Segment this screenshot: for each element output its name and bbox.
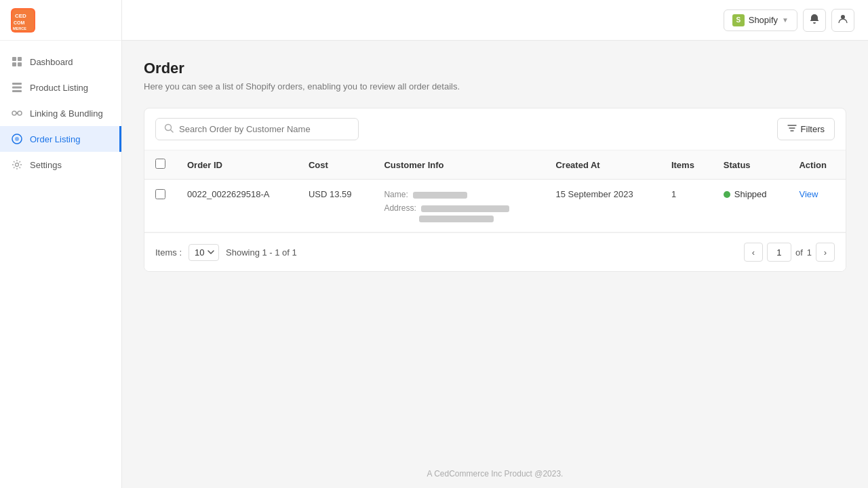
- select-all-checkbox[interactable]: [155, 159, 165, 169]
- col-cost: Cost: [298, 150, 373, 180]
- sidebar: CED COM MERCE Dashboard Product Listing …: [0, 0, 122, 488]
- svg-rect-6: [12, 62, 16, 66]
- customer-address-value: [421, 205, 509, 212]
- notification-icon: [809, 14, 820, 26]
- sidebar-item-settings[interactable]: Settings: [0, 152, 121, 178]
- footer: A CedCommerce Inc Product @2023.: [122, 460, 868, 488]
- table-toolbar: Filters: [144, 108, 846, 150]
- filter-icon: [787, 123, 797, 135]
- sidebar-item-order-listing[interactable]: Order Listing: [0, 126, 121, 152]
- svg-text:MERCE: MERCE: [13, 26, 26, 30]
- dashboard-icon: [11, 56, 23, 68]
- logo-svg: CED COM MERCE: [12, 9, 34, 31]
- profile-icon: [837, 14, 848, 26]
- svg-point-12: [18, 111, 22, 115]
- sidebar-item-dashboard[interactable]: Dashboard: [0, 49, 121, 75]
- logo-icon: CED COM MERCE: [11, 8, 35, 33]
- logo: CED COM MERCE: [0, 0, 121, 41]
- col-created-at: Created At: [545, 150, 660, 180]
- col-order-id: Order ID: [176, 150, 298, 180]
- page-total: 1: [807, 247, 812, 258]
- page-body: Order Here you can see a list of Shopify…: [122, 41, 868, 460]
- row-created-at: 15 September 2023: [545, 180, 660, 232]
- col-items: Items: [660, 150, 713, 180]
- next-page-button[interactable]: ›: [816, 243, 835, 262]
- page-title: Order: [144, 60, 846, 77]
- col-status: Status: [713, 150, 789, 180]
- footer-text: A CedCommerce Inc Product @2023.: [427, 469, 564, 479]
- search-input[interactable]: [179, 124, 350, 134]
- topbar: S Shopify ▼: [122, 0, 868, 41]
- items-label: Items :: [155, 247, 182, 258]
- svg-point-11: [12, 111, 16, 115]
- sidebar-item-order-listing-label: Order Listing: [30, 134, 80, 144]
- settings-icon: [11, 159, 23, 171]
- notification-button[interactable]: [803, 9, 826, 32]
- sidebar-item-linking-bundling-label: Linking & Bundling: [30, 108, 103, 119]
- prev-page-icon: ‹: [752, 247, 755, 258]
- shopify-icon: S: [732, 14, 745, 26]
- customer-address-value2: [419, 216, 494, 222]
- linking-bundling-icon: [11, 107, 23, 119]
- order-table-container: Filters Order ID Cost: [144, 108, 846, 272]
- customer-address-label: Address:: [384, 203, 416, 213]
- status-text: Shipped: [734, 189, 767, 199]
- order-listing-icon: [11, 133, 23, 145]
- svg-text:COM: COM: [14, 20, 25, 25]
- filter-button[interactable]: Filters: [777, 118, 835, 140]
- shopify-label: Shopify: [749, 15, 778, 25]
- page-of-label: of: [795, 247, 803, 258]
- sidebar-item-product-listing-label: Product Listing: [30, 83, 88, 93]
- svg-line-19: [171, 130, 174, 133]
- customer-name-label: Name:: [384, 190, 408, 199]
- svg-rect-4: [12, 57, 16, 61]
- row-customer-info: Name: Address:: [373, 180, 545, 232]
- row-order-id: 0022_0022629518-A: [176, 180, 298, 232]
- showing-text: Showing 1 - 1 of 1: [226, 247, 297, 258]
- search-icon: [164, 123, 174, 135]
- shopify-button[interactable]: S Shopify ▼: [724, 9, 797, 31]
- orders-table: Order ID Cost Customer Info Created At I: [144, 150, 846, 232]
- svg-rect-9: [12, 87, 22, 89]
- customer-name-value: [413, 192, 467, 199]
- status-dot: [724, 191, 730, 198]
- row-items: 1: [660, 180, 713, 232]
- main-content: S Shopify ▼ Order Here you can see a lis…: [122, 0, 868, 488]
- search-box[interactable]: [155, 118, 359, 140]
- profile-button[interactable]: [831, 9, 854, 32]
- prev-page-button[interactable]: ‹: [744, 243, 763, 262]
- row-status: Shipped: [713, 180, 789, 232]
- table-row: 0022_0022629518-A USD 13.59 Name: Addres: [144, 180, 846, 232]
- filter-label: Filters: [801, 124, 825, 134]
- pagination-left: Items : 10 20 50 Showing 1 - 1 of 1: [155, 244, 297, 261]
- pagination-bar: Items : 10 20 50 Showing 1 - 1 of 1 ‹ of…: [144, 232, 846, 271]
- svg-rect-10: [12, 90, 22, 92]
- sidebar-item-dashboard-label: Dashboard: [30, 57, 73, 67]
- svg-text:CED: CED: [15, 13, 26, 19]
- shopify-chevron-icon: ▼: [782, 16, 789, 24]
- svg-point-15: [15, 137, 19, 141]
- sidebar-nav: Dashboard Product Listing Linking & Bund…: [0, 41, 121, 488]
- pagination-right: ‹ of 1 ›: [744, 243, 835, 262]
- col-customer-info: Customer Info: [373, 150, 545, 180]
- header-checkbox-cell: [144, 150, 176, 180]
- page-subtitle: Here you can see a list of Shopify order…: [144, 81, 846, 92]
- row-cost: USD 13.59: [298, 180, 373, 232]
- row-checkbox[interactable]: [155, 189, 165, 199]
- svg-rect-8: [12, 83, 22, 85]
- sidebar-item-product-listing[interactable]: Product Listing: [0, 75, 121, 100]
- table-header-row: Order ID Cost Customer Info Created At I: [144, 150, 846, 180]
- sidebar-item-settings-label: Settings: [30, 160, 62, 170]
- sidebar-item-linking-bundling[interactable]: Linking & Bundling: [0, 100, 121, 126]
- svg-rect-7: [18, 62, 22, 66]
- svg-rect-5: [18, 57, 22, 61]
- page-number-input[interactable]: [767, 243, 791, 262]
- svg-point-17: [841, 15, 845, 19]
- next-page-icon: ›: [824, 247, 827, 258]
- col-action: Action: [788, 150, 846, 180]
- row-checkbox-cell: [144, 180, 176, 232]
- svg-point-16: [16, 163, 19, 167]
- view-link[interactable]: View: [799, 189, 818, 199]
- row-action[interactable]: View: [788, 180, 846, 232]
- items-per-page-select[interactable]: 10 20 50: [189, 244, 219, 261]
